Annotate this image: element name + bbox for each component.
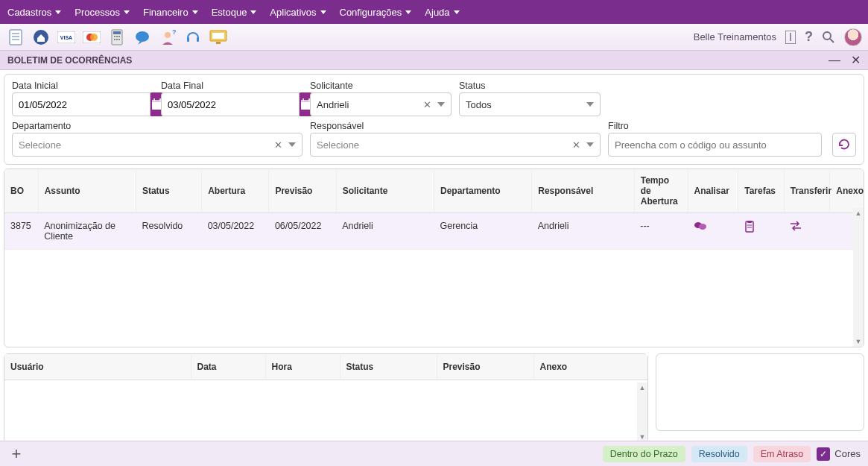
- th-bo[interactable]: BO: [4, 169, 38, 213]
- th-assunto[interactable]: Assunto: [38, 169, 136, 213]
- th-previsao[interactable]: Previsão: [269, 169, 336, 213]
- menu-ajuda[interactable]: Ajuda: [425, 7, 459, 18]
- field-responsavel: Responsável Selecione ✕: [310, 121, 601, 157]
- visa-card-icon[interactable]: VISA: [57, 28, 76, 47]
- scroll-down-icon[interactable]: ▼: [637, 433, 647, 441]
- close-button[interactable]: ✕: [851, 54, 861, 66]
- svg-text:VISA: VISA: [60, 35, 72, 40]
- mastercard-icon[interactable]: [82, 28, 101, 47]
- th-transferir[interactable]: Transferir: [784, 169, 830, 213]
- cores-toggle[interactable]: ✓ Cores: [817, 447, 861, 461]
- th-solicitante[interactable]: Solicitante: [336, 169, 434, 213]
- panel-header: BOLETIM DE OCORRÊNCIAS — ✕: [0, 51, 868, 70]
- support-person-icon[interactable]: ?: [158, 28, 177, 47]
- data-inicial-input[interactable]: [12, 92, 151, 116]
- th-analisar[interactable]: Analisar: [688, 169, 738, 213]
- filtro-input[interactable]: [608, 133, 822, 157]
- field-label: Data Inicial: [12, 81, 153, 91]
- menu-financeiro[interactable]: Financeiro: [143, 7, 198, 18]
- svg-point-13: [116, 36, 118, 37]
- detail-textarea[interactable]: [656, 353, 864, 431]
- scroll-up-icon[interactable]: ▲: [637, 384, 647, 391]
- field-filtro: Filtro: [608, 121, 822, 157]
- responsavel-select[interactable]: Selecione ✕: [310, 133, 601, 157]
- chevron-down-icon: [405, 10, 411, 14]
- th-hora[interactable]: Hora: [265, 354, 340, 380]
- table-row[interactable]: 3875 Anonimização de Cliente Resolvido 0…: [4, 213, 864, 250]
- minimize-button[interactable]: —: [829, 54, 840, 66]
- refresh-button[interactable]: [832, 133, 856, 157]
- headset-icon[interactable]: [183, 28, 203, 47]
- th-status2[interactable]: Status: [340, 354, 437, 380]
- th-tarefas[interactable]: Tarefas: [738, 169, 785, 213]
- home-icon[interactable]: [31, 28, 51, 47]
- menu-label: Aplicativos: [270, 7, 316, 18]
- cell-abertura: 03/05/2022: [202, 213, 269, 250]
- departamento-select[interactable]: Selecione ✕: [12, 133, 302, 157]
- menu-label: Estoque: [212, 7, 247, 18]
- chevron-down-icon: [586, 142, 594, 147]
- th-anexo2[interactable]: Anexo: [533, 354, 647, 380]
- svg-rect-22: [197, 37, 199, 42]
- chat-icon[interactable]: [133, 28, 152, 47]
- scroll-up-icon[interactable]: ▲: [853, 210, 864, 217]
- menu-estoque[interactable]: Estoque: [212, 7, 257, 18]
- cell-transferir[interactable]: [784, 213, 830, 250]
- add-button[interactable]: +: [7, 444, 25, 464]
- chevron-down-icon: [586, 102, 594, 107]
- field-label: Filtro: [608, 121, 822, 131]
- top-menubar: Cadastros Processos Financeiro Estoque A…: [0, 0, 868, 24]
- th-anexo[interactable]: Anexo: [830, 169, 864, 213]
- data-final-input[interactable]: [161, 92, 300, 116]
- bookmark-icon[interactable]: [785, 31, 796, 44]
- th-previsao2[interactable]: Previsão: [437, 354, 533, 380]
- menu-processos[interactable]: Processos: [75, 7, 130, 18]
- chat-bubbles-icon: [694, 221, 732, 231]
- th-usuario[interactable]: Usuário: [4, 354, 191, 380]
- cell-previsao: 06/05/2022: [269, 213, 336, 250]
- th-data[interactable]: Data: [191, 354, 265, 380]
- menu-aplicativos[interactable]: Aplicativos: [270, 7, 326, 18]
- field-label: Status: [459, 81, 601, 91]
- main-table: BO Assunto Status Abertura Previsão Soli…: [4, 169, 864, 250]
- clear-icon[interactable]: ✕: [572, 139, 580, 151]
- th-responsavel[interactable]: Responsável: [532, 169, 634, 213]
- solicitante-select[interactable]: Andrieli ✕: [310, 92, 452, 116]
- svg-point-17: [118, 39, 120, 40]
- checkbox-checked-icon: ✓: [817, 447, 830, 461]
- select-value: Todos: [466, 99, 492, 110]
- scrollbar[interactable]: ▲ ▼: [853, 208, 864, 347]
- calculator-icon[interactable]: [107, 28, 127, 47]
- cell-solicitante: Andrieli: [336, 213, 434, 250]
- svg-point-16: [116, 39, 118, 40]
- help-icon[interactable]: ?: [805, 29, 813, 45]
- status-select[interactable]: Todos: [459, 92, 601, 116]
- menu-cadastros[interactable]: Cadastros: [7, 7, 61, 18]
- svg-point-9: [90, 34, 98, 41]
- monitor-icon[interactable]: [209, 28, 228, 47]
- th-abertura[interactable]: Abertura: [202, 169, 269, 213]
- avatar[interactable]: [844, 28, 862, 46]
- cell-analisar[interactable]: [688, 213, 738, 250]
- footer: + Dentro do Prazo Resolvido Em Atraso ✓ …: [0, 441, 868, 466]
- cell-assunto: Anonimização de Cliente: [38, 213, 136, 250]
- scrollbar[interactable]: ▲ ▼: [637, 382, 647, 442]
- document-icon[interactable]: [6, 28, 25, 47]
- menu-configuracoes[interactable]: Configurações: [340, 7, 412, 18]
- svg-point-15: [114, 39, 115, 40]
- lower-area: Usuário Data Hora Status Previsão Anexo …: [4, 353, 864, 443]
- cell-tarefas[interactable]: [738, 213, 785, 250]
- search-icon[interactable]: [822, 31, 835, 44]
- th-status[interactable]: Status: [136, 169, 201, 213]
- chevron-down-icon: [55, 10, 61, 14]
- scroll-down-icon[interactable]: ▼: [853, 338, 864, 345]
- clear-icon[interactable]: ✕: [423, 99, 431, 110]
- clear-icon[interactable]: ✕: [274, 139, 282, 151]
- toolbar: VISA ? Belle Treinamentos ?: [0, 24, 868, 51]
- menu-label: Processos: [75, 7, 120, 18]
- cell-responsavel: Andrieli: [532, 213, 634, 250]
- th-departamento[interactable]: Departamento: [434, 169, 531, 213]
- cores-label: Cores: [834, 448, 861, 459]
- th-tempo[interactable]: Tempo de Abertura: [634, 169, 688, 213]
- field-label: Responsável: [310, 121, 601, 131]
